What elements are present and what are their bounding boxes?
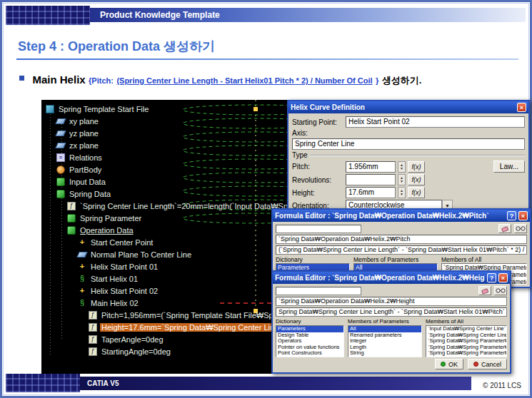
law-button[interactable]: Law...	[493, 160, 525, 173]
height-field[interactable]: 17.6mm	[346, 187, 396, 198]
list-item[interactable]: Law...	[276, 357, 343, 358]
help-icon[interactable]: ?	[487, 273, 496, 282]
filter-field[interactable]	[276, 225, 361, 233]
close-icon[interactable]: ×	[517, 103, 526, 112]
pitch-fx-button[interactable]: f(x)	[408, 161, 425, 173]
cancel-status-icon	[473, 362, 478, 367]
title-underline	[16, 58, 518, 60]
formula-icon	[89, 311, 97, 320]
glasses-icon[interactable]	[514, 224, 527, 233]
eraser-icon[interactable]	[478, 286, 491, 295]
starting-point-label: Starting Point:	[292, 118, 343, 126]
formula-name-field[interactable]: `Spring Data₩Operation Data₩Helix.2₩Pitc…	[276, 235, 527, 244]
dialog-titlebar[interactable]: Formula Editor : `Spring Data₩Operation …	[273, 210, 530, 222]
bullet-icon	[19, 76, 24, 81]
filter-field[interactable]	[276, 287, 361, 295]
formula-icon	[89, 335, 97, 344]
list-item[interactable]: Length	[348, 345, 421, 351]
tree-item-label: Height=17.6mm=`Spring Data₩Spring Center…	[100, 323, 286, 332]
geoset-icon	[56, 178, 65, 186]
list-item[interactable]: Pointer on value functions	[276, 345, 343, 351]
list-item[interactable]: `Spring Data₩Spring Parameter₩Winding	[426, 357, 506, 358]
spinner-down-icon[interactable]: ▼	[400, 167, 403, 170]
revolutions-spinner[interactable]: ▲ ▼	[398, 174, 406, 185]
formula-expression-field[interactable]: Spring Data₩Spring Center Line Length` -…	[276, 307, 507, 317]
pitch-field[interactable]: 1.956mm	[346, 161, 396, 173]
tree-item-label: Pitch=1,956mm=(`Spring Template Start Fi…	[100, 311, 283, 320]
list-item[interactable]: All	[348, 326, 421, 332]
geoset-icon	[67, 226, 76, 235]
dictionary-header: Dictionary	[276, 256, 350, 263]
ok-label: OK	[448, 361, 458, 368]
ok-status-icon	[441, 362, 446, 367]
helix-curve-definition-dialog: Helix Curve Definition × Starting Point:…	[287, 100, 530, 215]
height-spinner[interactable]: ▲ ▼	[398, 187, 406, 198]
bullet-suffix-text: 생성하기.	[382, 75, 422, 86]
cancel-button[interactable]: Cancel	[468, 359, 507, 369]
plane-icon	[55, 143, 66, 148]
axis-label: Axis:	[292, 129, 308, 137]
list-item[interactable]: Design Table	[276, 332, 343, 339]
formula-expression-field[interactable]: (`Spring Data₩Spring Center Line Length`…	[276, 245, 527, 255]
list-item[interactable]: Real	[348, 357, 421, 358]
members-of-all-header: Members of All	[441, 256, 527, 263]
spinner-down-icon[interactable]: ▼	[400, 193, 403, 196]
help-icon[interactable]: ?	[507, 211, 516, 220]
list-item[interactable]: `Spring Data₩Spring Center Line Length`	[426, 332, 506, 339]
eraser-icon[interactable]	[498, 224, 511, 233]
members-of-parameters-header: Members of Parameters	[353, 256, 438, 263]
slide: Product Knowledge Template Step 4 : Oper…	[0, 0, 532, 398]
geoset-icon	[67, 214, 76, 223]
footer-decoration	[6, 374, 80, 392]
pitch-label: Pitch:	[292, 163, 343, 170]
pitch-spinner[interactable]: ▲ ▼	[398, 161, 406, 173]
tree-item-label: Helix Start Point 02	[89, 287, 159, 295]
list-item[interactable]: Integer	[348, 338, 421, 345]
close-icon[interactable]: ×	[498, 273, 508, 282]
members-of-all-header: Members of All	[426, 318, 507, 325]
partbody-icon	[56, 165, 65, 174]
part-icon	[46, 105, 54, 113]
point-icon	[78, 287, 86, 295]
list-item[interactable]: Parameters	[276, 326, 343, 332]
starting-point-field[interactable]: Helix Start Point 02	[346, 116, 525, 128]
bullet-row: Main Helix {Pitch: (Spring Center Line L…	[19, 73, 523, 87]
list-item[interactable]: Renamed parameters	[348, 332, 421, 339]
point-icon	[78, 238, 86, 247]
list-item[interactable]: String	[348, 350, 421, 357]
revolutions-fx-button[interactable]: f(x)	[408, 174, 425, 185]
bullet-main-text: Main Helix	[32, 73, 85, 86]
footer-bar: CATIA V5	[80, 377, 471, 390]
glasses-icon[interactable]	[494, 286, 507, 295]
tree-item-label: PartBody	[68, 165, 103, 174]
formula-name-field[interactable]: `Spring Data₩Operation Data₩Helix.2₩Heig…	[276, 297, 507, 306]
plane-icon	[55, 118, 66, 124]
ok-button[interactable]: OK	[435, 359, 463, 369]
close-icon[interactable]: ×	[518, 211, 528, 220]
height-fx-button[interactable]: f(x)	[408, 187, 425, 198]
tree-item-label: zx plane	[68, 141, 100, 150]
formula-icon	[67, 202, 76, 210]
list-item[interactable]: `Spring Data₩Spring Parameter₩Spring S	[426, 345, 506, 351]
helix-icon	[78, 275, 86, 283]
dialog-titlebar[interactable]: Formula Editor : `Spring Data₩Operation …	[273, 272, 510, 284]
members-of-parameters-list[interactable]: AllRenamed parametersIntegerLengthString…	[348, 325, 422, 357]
axis-field[interactable]: Spring Center Line	[292, 138, 525, 150]
bullet-formula-suffix: }	[376, 76, 378, 85]
dictionary-list[interactable]: ParametersDesign TableOperatorsPointer o…	[276, 325, 344, 357]
revolutions-label: Revolutions:	[292, 176, 343, 184]
list-item[interactable]: `Spring Data₩Spring Parameter₩Spring M	[426, 350, 506, 357]
list-item[interactable]: `Input Data₩Spring Center Line`	[426, 326, 506, 332]
plane-icon	[76, 252, 88, 257]
revolutions-field[interactable]	[346, 174, 396, 185]
list-item[interactable]: Operators	[276, 338, 343, 345]
members-of-all-list[interactable]: `Input Data₩Spring Center Line``Spring D…	[426, 325, 507, 357]
list-item[interactable]: `Spring Data₩Spring Parameter₩Number C	[426, 338, 506, 345]
relations-icon	[56, 153, 65, 162]
dialog-body: `Spring Data₩Operation Data₩Helix.2₩Heig…	[273, 284, 510, 372]
spinner-down-icon[interactable]: ▼	[400, 180, 403, 183]
list-item[interactable]: Point Constructors	[276, 350, 343, 357]
tree-item-label: Start Center Point	[89, 238, 154, 247]
dialog-titlebar[interactable]: Helix Curve Definition ×	[288, 101, 528, 113]
group-separator	[310, 155, 525, 155]
